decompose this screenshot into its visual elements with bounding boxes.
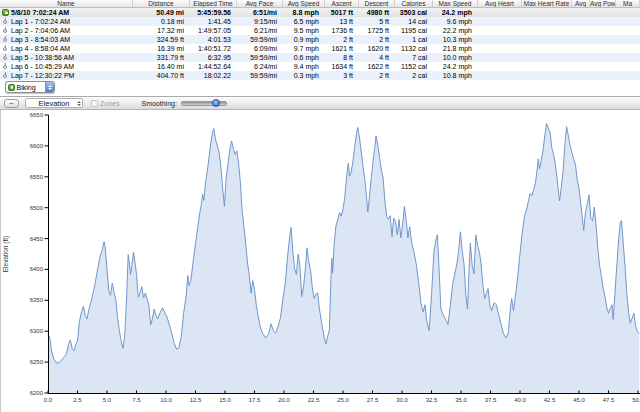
column-header-calories[interactable]: Calories [395,0,433,7]
row-value: 4:01.53 [190,35,237,44]
row-value: 1620 ft [359,44,395,53]
row-value: 9.5 mph [283,26,325,35]
activity-selector[interactable]: Biking [5,81,55,93]
chart-header: − Elevation Zones Smoothing: [0,97,640,110]
column-header-avg-speed[interactable]: Avg Speed [283,0,325,7]
row-value: 2 ft [359,35,395,44]
row-value: 21.8 mph [433,44,478,53]
lap-table: NameDistanceElapsed TimeAvg PaceAvg Spee… [0,0,640,80]
x-tick-label: 30.0 [396,397,408,403]
row-value: 6:24/mi [237,62,283,71]
row-name: 5/8/10 7:02:24 AM [11,8,69,17]
column-header-avg[interactable]: Avg [572,0,590,7]
row-value: 59:59/mi [237,53,283,62]
row-value: 24.2 mph [433,62,478,71]
y-tick-label: 6300 [30,328,44,334]
x-tick-label: 40.0 [514,397,526,403]
y-tick-label: 6200 [30,390,44,396]
row-value: 6:51/mi [237,8,283,17]
table-row[interactable]: 5/8/10 7:02:24 AM50.49 mi5:45:59.566:51/… [0,8,640,17]
row-value: 3 ft [325,71,359,80]
row-value: 1736 ft [325,26,359,35]
column-header-name[interactable]: Name [0,0,133,7]
metric-selector[interactable]: Elevation [25,98,83,108]
row-value: 6.5 mph [283,17,325,26]
row-value: 9.7 mph [283,44,325,53]
row-value: 5:45:59.56 [190,8,237,17]
table-row[interactable]: Lap 2 - 7:04:06 AM17.32 mi1:49:57.056:21… [0,26,640,35]
row-value: 404.70 ft [133,71,190,80]
x-tick-label: 10.0 [160,397,172,403]
y-tick-label: 6650 [30,112,44,118]
row-value: 1622 ft [359,62,395,71]
row-value: 2 ft [325,35,359,44]
table-row[interactable]: Lap 4 - 8:58:04 AM16.39 mi1:40:51.726:09… [0,44,640,53]
x-tick-label: 15.0 [219,397,231,403]
y-axis-title: Elevation (ft) [2,236,10,273]
table-row[interactable]: Lap 1 - 7:02:24 AM0.18 mi1:41.459:15/mi6… [0,17,640,26]
collapse-chart-button[interactable]: − [4,99,19,108]
column-header-ma[interactable]: Ma [616,0,640,7]
lap-icon [2,45,9,52]
smoothing-slider[interactable] [181,101,227,106]
row-value: 22.2 mph [433,26,478,35]
row-value: 24.2 mph [433,8,478,17]
column-header-distance[interactable]: Distance [133,0,190,7]
row-name: Lap 4 - 8:58:04 AM [11,44,70,53]
column-header-avg-pace[interactable]: Avg Pace [237,0,283,7]
table-row[interactable]: Lap 3 - 8:54:03 AM324.59 ft4:01.5359:59/… [0,35,640,44]
lap-icon [2,54,9,61]
column-header-elapsed-time[interactable]: Elapsed Time [190,0,237,7]
y-tick-label: 6350 [30,297,44,303]
row-value: 10.3 mph [433,35,478,44]
row-value: 0.9 mph [283,35,325,44]
row-value: 1:44:52.64 [190,62,237,71]
row-value: 16.40 mi [133,62,190,71]
row-value: 0.3 mph [283,71,325,80]
column-header-max-heart-rate[interactable]: Max Heart Rate [522,0,572,7]
column-header-max-speed[interactable]: Max Speed [433,0,478,7]
y-tick-label: 6250 [30,359,44,365]
row-name: Lap 2 - 7:04:06 AM [11,26,70,35]
y-tick-label: 6600 [30,143,44,149]
row-value: 50.49 mi [133,8,190,17]
x-tick-label: 7.5 [132,397,141,403]
column-header-avg-heart[interactable]: Avg Heart [478,0,522,7]
row-value: 1621 ft [325,44,359,53]
column-header-descent[interactable]: Descent [359,0,395,7]
lap-icon [2,27,9,34]
column-header-avg-power[interactable]: Avg Power [590,0,616,7]
row-value: 1132 cal [395,44,433,53]
zones-checkbox[interactable] [91,100,98,107]
row-value: 1634 ft [325,62,359,71]
x-tick-label: 27.5 [367,397,379,403]
row-value: 10.8 mph [433,71,478,80]
x-tick-label: 17.5 [249,397,261,403]
row-name: Lap 1 - 7:02:24 AM [11,17,70,26]
row-value: 9.6 mph [433,17,478,26]
table-row[interactable]: Lap 5 - 10:38:56 AM331.79 ft6:32.9559:59… [0,53,640,62]
elevation-chart: 6200625063006350640064506500655066006650… [0,110,640,412]
popup-stepper-icon [45,82,54,92]
column-header-ascent[interactable]: Ascent [325,0,359,7]
row-value: 1:41.45 [190,17,237,26]
x-tick-label: 25.0 [337,397,349,403]
y-tick-label: 6400 [30,266,44,272]
row-value: 3503 cal [395,8,433,17]
table-row[interactable]: Lap 6 - 10:45:29 AM16.40 mi1:44:52.646:2… [0,62,640,71]
row-value: 1:49:57.05 [190,26,237,35]
row-value: 4 ft [359,53,395,62]
row-value: 5 ft [359,17,395,26]
row-value: 13 ft [325,17,359,26]
biking-icon [8,84,15,91]
x-tick-label: 45.0 [573,397,585,403]
x-tick-label: 42.5 [544,397,556,403]
table-row[interactable]: Lap 7 - 12:30:22 PM404.70 ft18:02.2259:5… [0,71,640,80]
row-value: 5017 ft [325,8,359,17]
x-tick-label: 50.0 [632,397,640,403]
row-value: 331.79 ft [133,53,190,62]
smoothing-slider-thumb[interactable] [212,99,220,107]
row-value: 0.18 mi [133,17,190,26]
row-value: 0.6 mph [283,53,325,62]
row-name: Lap 3 - 8:54:03 AM [11,35,70,44]
